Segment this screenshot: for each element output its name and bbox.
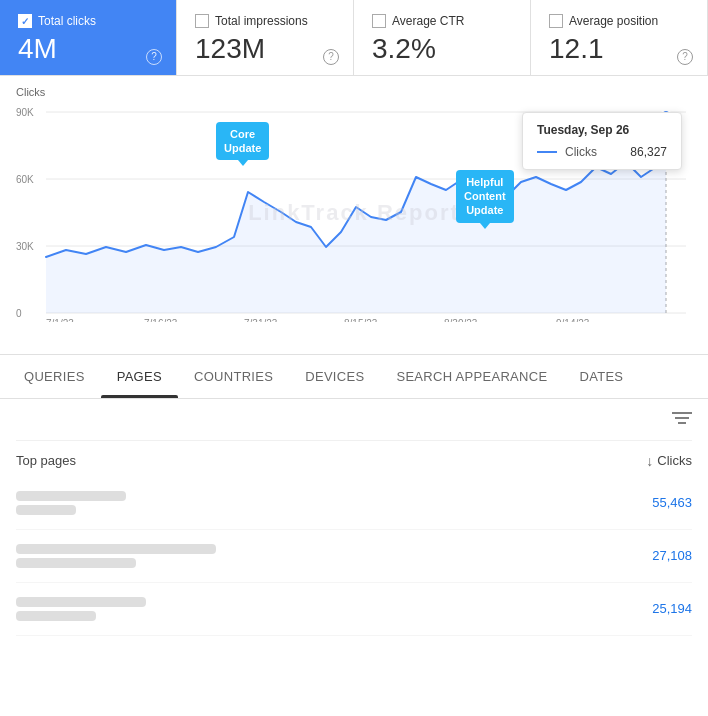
helpful-content-update-label: HelpfulContentUpdate	[456, 170, 514, 223]
svg-text:7/16/23: 7/16/23	[144, 318, 178, 322]
metric-checkbox-ctr[interactable]	[372, 14, 386, 28]
tooltip-metric-value: 86,327	[630, 145, 667, 159]
svg-text:7/31/23: 7/31/23	[244, 318, 278, 322]
tooltip-line-indicator	[537, 151, 557, 153]
metrics-bar: ✓ Total clicks 4M ? Total impressions 12…	[0, 0, 708, 76]
metric-total-impressions[interactable]: Total impressions 123M ?	[177, 0, 354, 75]
core-update-label: CoreUpdate	[216, 122, 269, 161]
svg-text:8/15/23: 8/15/23	[344, 318, 378, 322]
tab-devices[interactable]: DEVICES	[289, 355, 380, 398]
tab-search-appearance[interactable]: SEARCH APPEARANCE	[380, 355, 563, 398]
tab-pages[interactable]: PAGES	[101, 355, 178, 398]
svg-text:90K: 90K	[16, 107, 34, 118]
metric-label-ctr: Average CTR	[392, 14, 464, 28]
row-bar-3a	[16, 597, 146, 607]
sort-down-icon: ↓	[646, 453, 653, 469]
svg-text:7/1/23: 7/1/23	[46, 318, 74, 322]
metric-value-position: 12.1	[549, 34, 689, 65]
table-row[interactable]: 25,194	[16, 583, 692, 636]
tabs-section: QUERIES PAGES COUNTRIES DEVICES SEARCH A…	[0, 354, 708, 399]
row-clicks-1: 55,463	[652, 495, 692, 510]
tooltip-date: Tuesday, Sep 26	[537, 123, 667, 137]
tabs-list: QUERIES PAGES COUNTRIES DEVICES SEARCH A…	[0, 355, 708, 398]
filter-icon[interactable]	[672, 409, 692, 430]
checkmark-icon: ✓	[21, 16, 29, 27]
svg-text:0: 0	[16, 308, 22, 319]
row-bar-2a	[16, 544, 216, 554]
row-content-1	[16, 491, 126, 515]
metric-value-ctr: 3.2%	[372, 34, 512, 65]
clicks-header-label: Clicks	[657, 453, 692, 468]
metric-question-impressions[interactable]: ?	[323, 49, 339, 65]
tab-queries[interactable]: QUERIES	[8, 355, 101, 398]
row-clicks-2: 27,108	[652, 548, 692, 563]
tab-countries[interactable]: COUNTRIES	[178, 355, 289, 398]
chart-area: Clicks 90K 60K 30K 0 7/1/23 7/16/23 7/31…	[0, 76, 708, 346]
row-clicks-3: 25,194	[652, 601, 692, 616]
metric-checkbox-clicks[interactable]: ✓	[18, 14, 32, 28]
metric-average-ctr[interactable]: Average CTR 3.2%	[354, 0, 531, 75]
table-row[interactable]: 27,108	[16, 530, 692, 583]
row-bar-1b	[16, 505, 76, 515]
tooltip-row: Clicks 86,327	[537, 145, 667, 159]
svg-text:60K: 60K	[16, 174, 34, 185]
metric-total-clicks[interactable]: ✓ Total clicks 4M ?	[0, 0, 177, 75]
svg-text:30K: 30K	[16, 241, 34, 252]
table-toolbar	[16, 399, 692, 441]
row-bar-3b	[16, 611, 96, 621]
metric-value-clicks: 4M	[18, 34, 158, 65]
row-bar-2b	[16, 558, 136, 568]
metric-label-clicks: Total clicks	[38, 14, 96, 28]
metric-label-impressions: Total impressions	[215, 14, 308, 28]
tooltip-metric-label: Clicks	[565, 145, 597, 159]
metric-value-impressions: 123M	[195, 34, 335, 65]
row-content-3	[16, 597, 146, 621]
metric-checkbox-position[interactable]	[549, 14, 563, 28]
chart-svg-container: 90K 60K 30K 0 7/1/23 7/16/23 7/31/23 8/1…	[16, 102, 692, 325]
chart-tooltip: Tuesday, Sep 26 Clicks 86,327	[522, 112, 682, 170]
metric-question-clicks[interactable]: ?	[146, 49, 162, 65]
svg-text:8/30/23: 8/30/23	[444, 318, 478, 322]
table-header: Top pages ↓ Clicks	[16, 441, 692, 477]
metric-question-position[interactable]: ?	[677, 49, 693, 65]
table-row[interactable]: 55,463	[16, 477, 692, 530]
metric-average-position[interactable]: Average position 12.1 ?	[531, 0, 708, 75]
tab-dates[interactable]: DATES	[563, 355, 639, 398]
top-pages-label: Top pages	[16, 453, 76, 468]
metric-checkbox-impressions[interactable]	[195, 14, 209, 28]
table-section: Top pages ↓ Clicks 55,463 27,108 25,194	[0, 399, 708, 636]
row-bar-1a	[16, 491, 126, 501]
metric-label-position: Average position	[569, 14, 658, 28]
table-header-clicks[interactable]: ↓ Clicks	[646, 453, 692, 469]
svg-text:9/14/23: 9/14/23	[556, 318, 590, 322]
row-content-2	[16, 544, 216, 568]
chart-ylabel: Clicks	[16, 86, 692, 98]
